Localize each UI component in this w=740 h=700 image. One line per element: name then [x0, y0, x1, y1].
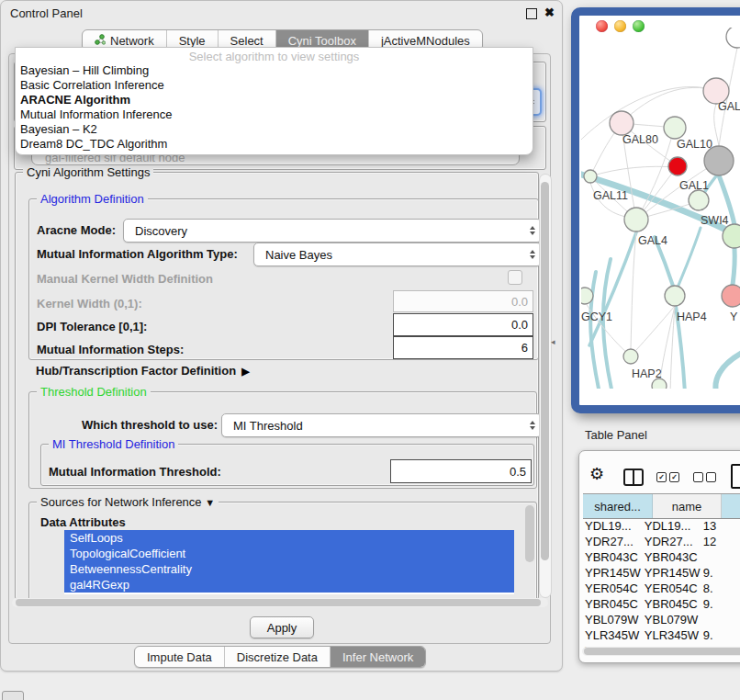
table-horizontal-scrollbar-thumb[interactable] — [584, 648, 740, 655]
network-edge[interactable] — [636, 306, 675, 350]
mi-threshold-field[interactable]: 0.5 — [390, 459, 532, 483]
settings-vertical-scrollbar-thumb[interactable] — [541, 182, 549, 560]
attribute-item[interactable]: SelfLoops — [64, 530, 514, 546]
table-cell[interactable]: YBL079W — [583, 612, 643, 627]
column-layout-icon[interactable] — [623, 469, 644, 486]
table-cell[interactable]: 9. — [701, 627, 740, 643]
table-cell[interactable]: YDR27... — [583, 534, 643, 549]
attribute-item[interactable]: gal4RGexp — [64, 577, 514, 593]
table-cell[interactable]: 9. — [701, 565, 740, 581]
table-row[interactable]: YBL079WYBL079W — [583, 612, 740, 627]
kernel-width-field[interactable]: 0.0 — [393, 290, 533, 312]
table-row[interactable]: YDR27...YDR27...12 — [583, 534, 740, 549]
table-cell[interactable]: YBL079W — [643, 612, 701, 627]
table-cell[interactable]: 13 — [701, 518, 740, 534]
attribute-item[interactable]: TopologicalCoefficient — [64, 546, 514, 561]
apply-button[interactable]: Apply — [250, 616, 314, 638]
split-pane-collapse-arrow[interactable]: ◂ — [551, 337, 555, 346]
network-node-gal80[interactable] — [610, 111, 633, 135]
aracne-mode-combo[interactable]: Discovery — [123, 219, 542, 243]
settings-horizontal-scrollbar[interactable] — [12, 598, 548, 607]
select-all-columns-icon[interactable]: ✓✓ — [656, 472, 679, 482]
network-edge[interactable] — [733, 249, 734, 285]
network-node-hap4[interactable] — [665, 286, 685, 306]
table-row[interactable]: YBR043CYBR043C — [583, 549, 740, 565]
algorithm-option[interactable]: ARACNE Algorithm — [20, 93, 130, 107]
network-edge[interactable] — [715, 351, 740, 389]
deselect-all-columns-icon[interactable] — [693, 472, 716, 482]
table-cell[interactable]: YLR345W — [643, 627, 701, 643]
algorithm-option[interactable]: Basic Correlation Inference — [20, 78, 164, 93]
network-node-gal11[interactable] — [584, 170, 597, 183]
table-cell[interactable] — [701, 549, 740, 565]
settings-vertical-scrollbar[interactable] — [539, 174, 552, 598]
network-node-gal10[interactable] — [664, 117, 686, 139]
which-threshold-value: MI Threshold — [233, 419, 303, 433]
network-edge[interactable] — [589, 232, 636, 345]
table-cell[interactable]: YBR043C — [643, 549, 701, 565]
mi-algorithm-type-label: Mutual Information Algorithm Type: — [37, 247, 238, 261]
node-label: GAL11 — [593, 189, 628, 202]
close-panel-button[interactable]: ✖ — [544, 6, 555, 19]
new-table-icon[interactable] — [731, 464, 740, 489]
network-node-gal1[interactable] — [668, 157, 687, 175]
network-node[interactable] — [652, 378, 667, 389]
network-node-gal4[interactable] — [624, 208, 648, 231]
table-cell[interactable]: YPR145W — [583, 565, 643, 581]
float-window-button[interactable] — [526, 8, 537, 19]
mi-steps-field[interactable]: 6 — [393, 336, 533, 359]
table-cell[interactable]: 9. — [701, 596, 740, 612]
table-horizontal-scrollbar[interactable] — [582, 647, 740, 656]
network-node-gcy1[interactable] — [581, 288, 593, 304]
algorithm-option[interactable]: Bayesian – Hill Climbing — [20, 63, 149, 78]
table-cell[interactable]: YBR045C — [643, 596, 701, 612]
manual-kernel-width-checkbox[interactable] — [508, 270, 522, 285]
column-header-name[interactable]: name — [653, 494, 722, 518]
attribute-item[interactable]: BetweennessCentrality — [64, 561, 514, 577]
mi-algorithm-type-combo[interactable]: Naive Bayes — [253, 243, 542, 266]
algorithm-option[interactable]: Dream8 DC_TDC Algorithm — [20, 137, 167, 152]
network-node[interactable] — [726, 28, 740, 48]
column-header-shared[interactable]: shared... — [583, 494, 653, 518]
network-canvas[interactable]: GALGAL80GAL10GAL11GAL1SWI4GAL4GCY1HAP4YH… — [581, 28, 740, 389]
algorithm-option[interactable]: Mutual Information Inference — [20, 107, 172, 122]
table-row[interactable]: YLR345WYLR345W9. — [583, 627, 740, 643]
hub-definition-toggle[interactable]: Hub/Transcription Factor Definition▶ — [36, 364, 250, 378]
table-cell[interactable]: YBR043C — [583, 549, 643, 565]
which-threshold-combo[interactable]: MI Threshold — [221, 413, 542, 437]
network-edge[interactable] — [678, 228, 701, 288]
network-node[interactable] — [723, 224, 740, 248]
table-cell[interactable]: YER054C — [643, 581, 701, 596]
bottom-tab-discretize-data[interactable]: Discretize Data — [224, 647, 330, 667]
table-row[interactable]: YBR045CYBR045C9. — [583, 596, 740, 612]
table-row[interactable]: YER054CYER054C8. — [583, 581, 740, 596]
attributes-list-scrollbar[interactable] — [525, 505, 534, 562]
table-cell[interactable]: 8. — [701, 581, 740, 596]
column-header-A[interactable]: A — [722, 494, 740, 518]
table-row[interactable]: YDL19...YDL19...13 — [583, 518, 740, 534]
settings-horizontal-scrollbar-thumb[interactable] — [16, 599, 541, 606]
table-row[interactable]: YPR145WYPR145W9. — [583, 565, 740, 581]
network-node-y[interactable] — [722, 285, 740, 307]
docked-panel-button[interactable] — [2, 691, 24, 700]
table-cell[interactable]: 12 — [701, 534, 740, 549]
network-node[interactable] — [689, 190, 709, 210]
network-node-hap2[interactable] — [623, 349, 638, 364]
table-cell[interactable]: YBR045C — [583, 596, 643, 612]
network-edge[interactable] — [590, 166, 677, 176]
network-node[interactable] — [704, 146, 734, 175]
table-cell[interactable]: YDL19... — [643, 518, 701, 534]
dpi-tolerance-field[interactable]: 0.0 — [393, 313, 533, 336]
sources-group-title[interactable]: Sources for Network Inference ▼ — [37, 495, 219, 509]
table-cell[interactable]: YER054C — [583, 581, 643, 596]
table-cell[interactable] — [701, 612, 740, 627]
table-cell[interactable]: YDR27... — [643, 534, 701, 549]
bottom-tab-infer-network[interactable]: Infer Network — [330, 647, 425, 667]
table-cell[interactable]: YPR145W — [643, 565, 701, 581]
algorithm-option[interactable]: Bayesian – K2 — [20, 122, 97, 137]
table-cell[interactable]: YLR345W — [583, 627, 643, 643]
gear-icon[interactable]: ⚙ — [589, 465, 604, 483]
table-cell[interactable]: YDL19... — [583, 518, 643, 534]
network-edge[interactable] — [603, 259, 612, 389]
bottom-tab-impute-data[interactable]: Impute Data — [135, 647, 224, 667]
